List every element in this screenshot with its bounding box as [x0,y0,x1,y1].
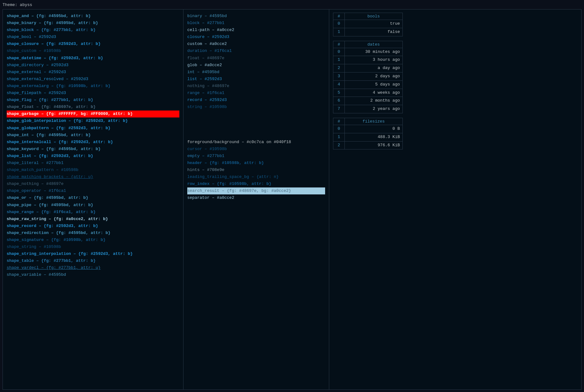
filesizes-row-num: 2 [333,142,345,149]
filesizes-row: 1 488.3 KiB [333,133,402,142]
list-item: cursor – #10598b [187,146,325,153]
list-item: shape_or – {fg: #4595bd, attr: b} [7,194,179,201]
list-item: nothing – #48697e [187,83,325,90]
dates-row-num: 7 [333,105,345,113]
bools-row-val: true [345,20,402,28]
dates-row-num: 1 [333,56,345,64]
list-item: shape_float – {fg: #48697e, attr: b} [7,104,179,111]
list-item: shape_custom – #10598b [7,47,179,54]
dates-row-val: 30 minutes ago [345,48,402,56]
search-result-line: search_result – {fg: #48697e, bg: #a0cce… [187,187,325,194]
filesizes-hash-header: # [333,118,345,125]
spacer [187,125,325,132]
list-item: shape_string – #10598b [7,243,179,250]
dates-row-num: 4 [333,81,345,89]
list-item: shape_record – {fg: #2592d3, attr: b} [7,223,179,230]
filesizes-row-val: 488.3 KiB [345,133,402,141]
list-item: shape_globpattern – {fg: #2592d3, attr: … [7,125,179,132]
list-item: glob – #a0cce2 [187,62,325,69]
spacer [187,111,325,117]
list-item: shape_match_pattern – #10598b [7,167,179,174]
list-item: shape_binary – {fg: #4595bd, attr: b} [7,20,179,27]
dates-row: 7 2 years ago [333,105,402,113]
dates-header: # dates [333,41,402,48]
list-item: shape_internalcall – {fg: #2592d3, attr:… [7,139,179,146]
list-item: shape_vardecl – {fg: #277bb1, attr: u} [7,264,179,271]
list-item: shape_bool – #2592d3 [7,34,179,41]
bools-row-val: false [345,28,402,36]
list-item: shape_raw_string – {fg: #a0cce2, attr: b… [7,216,179,223]
dates-row-val: 2 months ago [345,97,402,105]
list-item: shape_int – {fg: #4595bd, attr: b} [7,132,179,139]
spacer [187,117,325,124]
dates-row-val: 2 years ago [345,105,402,113]
dates-row-num: 5 [333,89,345,97]
filesizes-row-val: 0 B [345,125,402,133]
list-item: row_index – {fg: #10598b, attr: b} [187,180,325,187]
list-item: shape_directory – #2592d3 [7,62,179,69]
dates-row: 0 30 minutes ago [333,48,402,56]
theme-label: Theme: abyss [3,3,581,7]
dates-row: 2 a day ago [333,64,402,73]
filesizes-row-val: 976.6 KiB [345,142,402,149]
list-item: custom – #a0cce2 [187,41,325,47]
filesizes-row-num: 0 [333,125,345,133]
dates-row-val: 2 days ago [345,73,402,80]
list-item: shape_signature – {fg: #10598b, attr: b} [7,237,179,243]
bools-row-num: 1 [333,28,345,36]
list-item: shape_externalarg – {fg: #10598b, attr: … [7,83,179,90]
list-item: foreground/background – #c0c7ca on #040f… [187,139,325,146]
dates-row-val: 4 weeks ago [345,89,402,97]
list-item: binary – #4595bd [187,13,325,20]
dates-row-val: 5 days ago [345,81,402,89]
list-item: shape_keyword – {fg: #4595bd, attr: b} [7,146,179,153]
list-item: shape_range – {fg: #1f6ca1, attr: b} [7,209,179,216]
list-item: shape_datetime – {fg: #2592d3, attr: b} [7,55,179,62]
filesizes-row-num: 1 [333,133,345,141]
dates-value-header: dates [345,41,402,48]
list-item: shape_block – {fg: #277bb1, attr: b} [7,27,179,34]
filesizes-row: 2 976.6 KiB [333,142,402,149]
dates-row: 5 4 weeks ago [333,89,402,97]
list-item: shape_external – #2592d3 [7,69,179,76]
spacer [187,132,325,139]
list-item: closure – #2592d3 [187,34,325,41]
list-item: cell-path – #a0cce2 [187,27,325,34]
garbage-line: shape_garbage – {fg: #FFFFFF, bg: #FF000… [7,111,179,117]
list-item: shape_redirection – {fg: #4595bd, attr: … [7,230,179,237]
list-item: float – #48697e [187,55,325,62]
list-item: hints – #708e9e [187,167,325,174]
list-item: shape_operator – #1f6ca1 [7,187,179,194]
list-item: shape_nothing – #48697e [7,180,179,187]
list-item: record – #2592d3 [187,97,325,104]
list-item: duration – #1f6ca1 [187,47,325,54]
dates-row: 1 3 hours ago [333,56,402,64]
list-item: range – #1f6ca1 [187,90,325,97]
list-item: list – #2592d3 [187,76,325,83]
list-item: empty – #277bb1 [187,153,325,160]
filesizes-value-header: filesizes [345,118,402,125]
filesizes-header: # filesizes [333,118,402,125]
dates-row-val: a day ago [345,64,402,72]
dates-row-num: 6 [333,97,345,105]
list-item: shape_glob_interpolation – {fg: #2592d3,… [7,117,179,124]
dates-row: 3 2 days ago [333,73,402,81]
list-item: leading_trailing_space_bg – {attr: n} [187,174,325,180]
list-item: string – #10598b [187,104,325,111]
bools-hash-header: # [333,13,345,20]
list-item: separator – #a0cce2 [187,194,325,201]
bools-row: 1 false [333,28,402,36]
dates-row: 6 2 months ago [333,97,402,105]
dates-row-num: 2 [333,64,345,72]
list-item: shape_list – {fg: #2592d3, attr: b} [7,153,179,160]
list-item: block – #277bb1 [187,20,325,27]
dates-row-num: 0 [333,48,345,56]
bools-row-num: 0 [333,20,345,28]
list-item: shape_literal – #277bb1 [7,160,179,167]
list-item: int – #4595bd [187,69,325,76]
list-item: header – {fg: #10598b, attr: b} [187,160,325,167]
bools-header: # bools [333,13,402,20]
list-item: shape_and – {fg: #4595bd, attr: b} [7,13,179,20]
filesizes-table: # filesizes 0 0 B 1 488.3 KiB 2 976.6 Ki… [333,118,403,149]
dates-table: # dates 0 30 minutes ago 1 3 hours ago 2… [333,41,403,113]
